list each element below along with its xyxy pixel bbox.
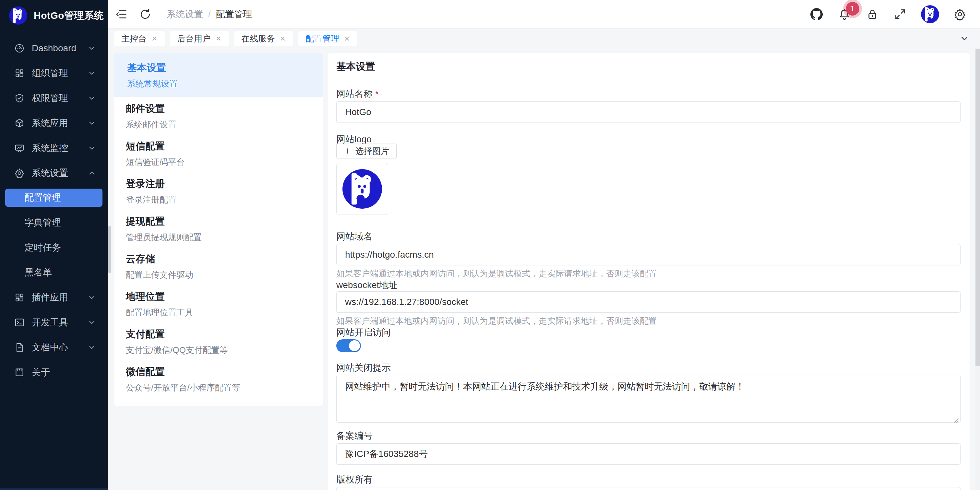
site-open-label: 网站开启访问: [336, 326, 391, 339]
settings-menu-panel: 基本设置 系统常规设置 邮件设置 系统邮件设置 短信配置 短信验证码平台 登录注…: [114, 53, 323, 406]
chevron-down-icon: [88, 144, 96, 152]
sidebar-item-docs[interactable]: 文档中心: [0, 335, 108, 360]
brand[interactable]: HotGo管理系统: [0, 0, 108, 31]
sidebar-item-monitoring[interactable]: 系统监控: [0, 135, 108, 160]
sidebar-item-label: Dashboard: [32, 43, 88, 54]
sidebar-item-organization[interactable]: 组织管理: [0, 60, 108, 86]
close-icon[interactable]: [215, 35, 222, 42]
sidebar-item-dashboard[interactable]: Dashboard: [0, 36, 108, 60]
menu-item-title: 提现配置: [126, 215, 310, 228]
submenu-scrollbar-thumb[interactable]: [108, 226, 111, 273]
sidebar-item-system-apps[interactable]: 系统应用: [0, 111, 108, 135]
menu-item-title: 云存储: [126, 252, 310, 265]
sidebar-item-system-settings[interactable]: 系统设置: [0, 160, 108, 186]
tab-online-service[interactable]: 在线服务: [234, 31, 293, 46]
tab-options-chevron-icon[interactable]: [955, 34, 974, 43]
tab-admin-users[interactable]: 后台用户: [170, 31, 229, 46]
settings-menu-item-login[interactable]: 登录注册 登录注册配置: [114, 172, 323, 210]
menu-item-title: 地理位置: [126, 290, 310, 303]
settings-menu-item-cloud-storage[interactable]: 云存储 配置上传文件驱动: [114, 247, 323, 285]
settings-menu-item-geo[interactable]: 地理位置 配置地理位置工具: [114, 285, 323, 322]
chevron-down-icon: [88, 94, 96, 102]
close-icon[interactable]: [151, 35, 158, 42]
brand-title: HotGo管理系统: [34, 9, 104, 22]
sidebar-item-plugins[interactable]: 插件应用: [0, 285, 108, 310]
sidebar-subitem-label: 定时任务: [25, 241, 61, 254]
breadcrumb-section[interactable]: 系统设置: [167, 8, 203, 21]
content-area: 基本设置 系统常规设置 邮件设置 系统邮件设置 短信配置 短信验证码平台 登录注…: [108, 49, 980, 490]
chevron-down-icon: [88, 318, 96, 327]
settings-menu-item-withdraw[interactable]: 提现配置 管理员提现规则配置: [114, 210, 323, 247]
close-tip-textarea[interactable]: 网站维护中，暂时无法访问！本网站正在进行系统维护和技术升级，网站暂时无法访问，敬…: [336, 375, 961, 423]
sidebar-subitem-blacklist[interactable]: 黑名单: [0, 260, 108, 285]
websocket-helper: 如果客户端通过本地或内网访问，则认为是调试模式，走实际请求地址，否则走该配置: [336, 315, 657, 327]
github-icon[interactable]: [810, 7, 824, 21]
menu-item-title: 支付配置: [126, 328, 310, 341]
menu-item-subtitle: 系统常规设置: [127, 78, 310, 89]
notification-badge: 1: [846, 2, 859, 16]
menu-item-title: 基本设置: [127, 61, 310, 74]
settings-menu-item-sms[interactable]: 短信配置 短信验证码平台: [114, 135, 323, 172]
fullscreen-icon[interactable]: [893, 7, 907, 21]
site-name-input[interactable]: [336, 101, 961, 123]
site-open-toggle[interactable]: [336, 339, 361, 352]
copyright-label: 版权所有: [336, 474, 372, 486]
monitor-chart-icon: [14, 143, 25, 153]
sidebar-scroll-strip: [0, 488, 108, 490]
sidebar-item-label: 文档中心: [32, 341, 88, 354]
websocket-input[interactable]: [336, 291, 961, 313]
breadcrumb: 系统设置 / 配置管理: [167, 8, 252, 21]
terminal-icon: [14, 317, 25, 328]
collapse-sidebar-icon[interactable]: [114, 7, 129, 21]
menu-item-title: 短信配置: [126, 140, 310, 153]
sidebar-item-label: 组织管理: [32, 67, 88, 79]
site-domain-input[interactable]: [336, 244, 961, 265]
menu-item-subtitle: 配置地理位置工具: [126, 307, 310, 318]
menu-item-subtitle: 登录注册配置: [126, 194, 310, 205]
plus-icon: [344, 147, 352, 155]
sidebar-item-about[interactable]: 关于: [0, 360, 108, 385]
user-avatar[interactable]: [921, 5, 939, 23]
menu-item-subtitle: 公众号/开放平台/小程序配置等: [126, 382, 310, 393]
breadcrumb-separator: /: [208, 9, 211, 19]
settings-menu-item-wechat[interactable]: 微信配置 公众号/开放平台/小程序配置等: [114, 360, 323, 398]
sidebar-subitem-cron-tasks[interactable]: 定时任务: [0, 235, 108, 260]
sidebar-subitem-config-management[interactable]: 配置管理: [5, 189, 102, 207]
menu-item-title: 邮件设置: [126, 102, 310, 115]
tab-label: 后台用户: [177, 33, 211, 44]
app-window: HotGo管理系统 Dashboard 组织管理 权限管理 系统应用: [0, 0, 980, 490]
notifications-bell-icon[interactable]: 1: [837, 7, 851, 21]
tab-dashboard[interactable]: 主控台: [114, 31, 165, 46]
copyright-input[interactable]: [336, 487, 961, 490]
grid-icon: [14, 292, 25, 303]
close-icon[interactable]: [280, 35, 286, 42]
sidebar-item-label: 开发工具: [32, 316, 88, 328]
refresh-icon[interactable]: [138, 7, 153, 21]
required-asterisk: *: [375, 89, 379, 99]
site-logo-preview[interactable]: [336, 163, 388, 215]
tab-label: 在线服务: [241, 33, 275, 44]
icp-input[interactable]: [336, 443, 961, 465]
form-title: 基本设置: [336, 60, 375, 73]
settings-menu-item-basic[interactable]: 基本设置 系统常规设置: [114, 53, 323, 97]
sidebar-item-label: 关于: [32, 366, 96, 379]
page-scrollbar[interactable]: [975, 49, 980, 490]
lock-screen-icon[interactable]: [865, 7, 880, 21]
settings-menu-item-payment[interactable]: 支付配置 支付宝/微信/QQ支付配置等: [114, 322, 323, 360]
sidebar-item-permissions[interactable]: 权限管理: [0, 86, 108, 111]
menu-item-subtitle: 管理员提现规则配置: [126, 232, 310, 243]
menu-item-subtitle: 支付宝/微信/QQ支付配置等: [126, 344, 310, 355]
chevron-down-icon: [88, 44, 96, 52]
menu-item-subtitle: 配置上传文件驱动: [126, 269, 310, 280]
sidebar-item-dev-tools[interactable]: 开发工具: [0, 310, 108, 335]
tab-bar: 主控台 后台用户 在线服务 配置管理: [108, 29, 980, 49]
settings-menu-item-email[interactable]: 邮件设置 系统邮件设置: [114, 97, 323, 135]
menu-item-subtitle: 短信验证码平台: [126, 157, 310, 168]
close-icon[interactable]: [344, 35, 350, 42]
websocket-label: websocket地址: [336, 279, 397, 291]
page-scrollbar-thumb[interactable]: [975, 49, 980, 366]
sidebar-subitem-dictionary[interactable]: 字典管理: [0, 210, 108, 235]
settings-gear-icon[interactable]: [953, 7, 967, 21]
tab-config-management[interactable]: 配置管理: [298, 31, 357, 46]
select-image-button[interactable]: 选择图片: [336, 144, 397, 159]
